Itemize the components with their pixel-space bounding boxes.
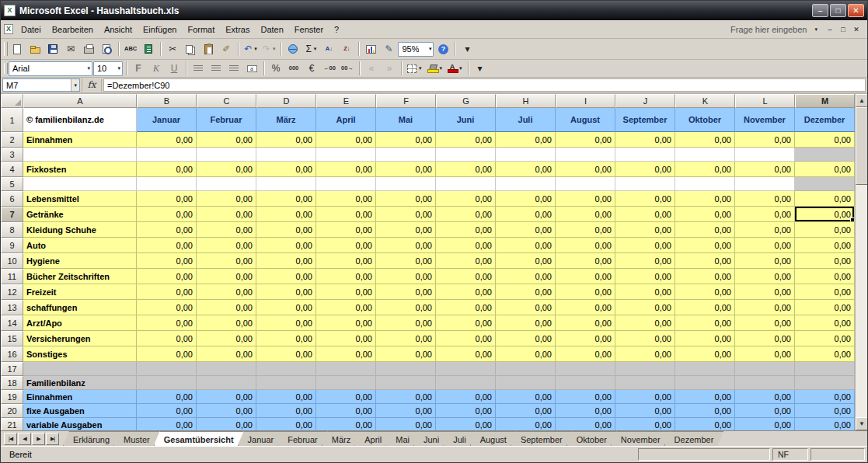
cell-F16[interactable]: 0,00	[376, 346, 436, 362]
cell-J19[interactable]: 0,00	[615, 390, 675, 404]
cell-L10[interactable]: 0,00	[735, 253, 795, 269]
cell-E21[interactable]: 0,00	[316, 418, 376, 430]
cell-M16[interactable]: 0,00	[795, 346, 855, 362]
cell-M8[interactable]: 0,00	[795, 222, 855, 238]
menu-daten[interactable]: Daten	[255, 23, 288, 37]
cell-E1[interactable]: April	[316, 108, 376, 132]
cell-M2[interactable]: 0,00	[795, 132, 855, 148]
tab-scroll-first-button[interactable]: |◀	[4, 433, 17, 445]
cell-M12[interactable]: 0,00	[795, 284, 855, 300]
cell-C19[interactable]: 0,00	[197, 390, 256, 404]
cell-E18[interactable]	[316, 376, 376, 390]
cell-M13[interactable]: 0,00	[795, 300, 855, 315]
close-button[interactable]: ✕	[848, 4, 864, 17]
cell-D16[interactable]: 0,00	[256, 346, 316, 362]
cell-H15[interactable]: 0,00	[496, 331, 556, 346]
cell-G20[interactable]: 0,00	[436, 404, 496, 418]
cell-A4[interactable]: Fixkosten	[23, 162, 137, 177]
sheet-tab-februar[interactable]: Februar	[277, 431, 328, 446]
print-preview-button[interactable]	[98, 41, 115, 57]
cell-M17[interactable]	[795, 362, 855, 376]
sort-descending-button[interactable]: Z↓	[338, 41, 355, 57]
cell-E13[interactable]: 0,00	[316, 300, 376, 315]
sheet-tab-dezember[interactable]: Dezember	[664, 431, 724, 446]
formula-input[interactable]: =Dezember!C90	[103, 78, 866, 92]
font-name-combo[interactable]: Arial▾	[9, 61, 92, 76]
fill-color-button[interactable]: ▾	[425, 61, 445, 76]
scroll-thumb[interactable]	[856, 107, 867, 185]
cell-D18[interactable]	[256, 376, 316, 390]
cell-A6[interactable]: Lebensmittel	[23, 191, 137, 207]
cell-D4[interactable]: 0,00	[256, 162, 316, 177]
col-header-B[interactable]: B	[137, 94, 197, 108]
col-header-I[interactable]: I	[556, 94, 615, 108]
cell-M3[interactable]	[795, 148, 855, 162]
cell-F19[interactable]: 0,00	[376, 390, 436, 404]
cell-L21[interactable]: 0,00	[735, 418, 795, 430]
col-header-K[interactable]: K	[675, 94, 735, 108]
cell-I7[interactable]: 0,00	[556, 207, 615, 222]
row-header-8[interactable]: 8	[1, 222, 23, 238]
paste-button[interactable]	[200, 41, 217, 57]
cell-C21[interactable]: 0,00	[197, 418, 256, 430]
cell-H18[interactable]	[496, 376, 556, 390]
cell-J14[interactable]: 0,00	[615, 315, 675, 331]
cell-M14[interactable]: 0,00	[795, 315, 855, 331]
col-header-G[interactable]: G	[436, 94, 496, 108]
sheet-tab-oktober[interactable]: Oktober	[566, 431, 617, 446]
cell-K4[interactable]: 0,00	[675, 162, 735, 177]
cell-I14[interactable]: 0,00	[556, 315, 615, 331]
cell-D17[interactable]	[256, 362, 316, 376]
cell-B6[interactable]: 0,00	[137, 191, 197, 207]
cell-J1[interactable]: September	[615, 108, 675, 132]
row-header-5[interactable]: 5	[1, 177, 23, 191]
cell-J9[interactable]: 0,00	[615, 238, 675, 253]
cell-L17[interactable]	[735, 362, 795, 376]
cell-B18[interactable]	[137, 376, 197, 390]
open-button[interactable]	[26, 41, 44, 57]
help-button[interactable]	[434, 41, 451, 57]
row-header-19[interactable]: 19	[1, 390, 23, 404]
sheet-tab-juni[interactable]: Juni	[413, 431, 449, 446]
cell-B2[interactable]: 0,00	[137, 132, 197, 148]
cell-C2[interactable]: 0,00	[197, 132, 256, 148]
scroll-track[interactable]	[856, 185, 867, 417]
cell-D3[interactable]	[256, 148, 316, 162]
cell-C9[interactable]: 0,00	[197, 238, 256, 253]
cell-I21[interactable]: 0,00	[556, 418, 615, 430]
cell-I18[interactable]	[556, 376, 615, 390]
cell-I13[interactable]: 0,00	[556, 300, 615, 315]
toolbar-options-button[interactable]: ▾	[458, 41, 476, 57]
cell-B19[interactable]: 0,00	[137, 390, 197, 404]
cell-D13[interactable]: 0,00	[256, 300, 316, 315]
cell-H6[interactable]: 0,00	[496, 191, 556, 207]
cell-J20[interactable]: 0,00	[615, 404, 675, 418]
cell-F18[interactable]	[376, 376, 436, 390]
menu-bearbeiten[interactable]: Bearbeiten	[47, 23, 99, 37]
cell-F2[interactable]: 0,00	[376, 132, 436, 148]
cell-F4[interactable]: 0,00	[376, 162, 436, 177]
cell-I4[interactable]: 0,00	[556, 162, 615, 177]
cell-I8[interactable]: 0,00	[556, 222, 615, 238]
cell-J17[interactable]	[615, 362, 675, 376]
cell-F9[interactable]: 0,00	[376, 238, 436, 253]
restore-workbook-button[interactable]: □	[837, 24, 849, 35]
cell-J3[interactable]	[615, 148, 675, 162]
cell-M10[interactable]: 0,00	[795, 253, 855, 269]
insert-hyperlink-button[interactable]	[284, 41, 302, 57]
cell-D9[interactable]: 0,00	[256, 238, 316, 253]
cell-D6[interactable]: 0,00	[256, 191, 316, 207]
cell-A11[interactable]: Bücher Zeitschriften	[23, 269, 137, 284]
cell-G6[interactable]: 0,00	[436, 191, 496, 207]
cell-L12[interactable]: 0,00	[735, 284, 795, 300]
cell-B21[interactable]: 0,00	[137, 418, 197, 430]
redo-button[interactable]: ↷▾	[260, 41, 278, 57]
cell-J18[interactable]	[615, 376, 675, 390]
borders-button[interactable]: ▾	[405, 61, 424, 76]
cell-L20[interactable]: 0,00	[735, 404, 795, 418]
cell-L15[interactable]: 0,00	[735, 331, 795, 346]
cell-J16[interactable]: 0,00	[615, 346, 675, 362]
increase-indent-button[interactable]: »	[381, 61, 398, 76]
cell-H1[interactable]: Juli	[496, 108, 556, 132]
minimize-workbook-button[interactable]: –	[824, 24, 836, 35]
